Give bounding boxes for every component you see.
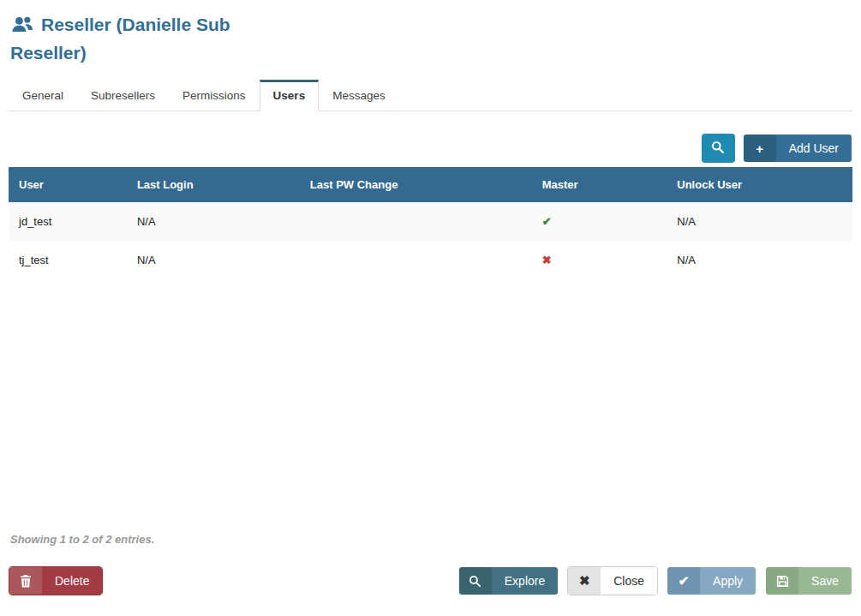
search-button[interactable] (702, 134, 735, 163)
cross-icon: ✖ (542, 254, 552, 266)
cell-last-login: N/A (127, 241, 300, 279)
cell-last-pw-change (300, 241, 532, 279)
table-row[interactable]: tj_test N/A ✖ N/A (9, 241, 852, 279)
magnifier-icon (459, 567, 492, 595)
users-icon (10, 15, 33, 40)
delete-label: Delete (42, 567, 102, 595)
page-title-text: Reseller (Danielle Sub Reseller) (10, 15, 230, 63)
cell-unlock-user: N/A (667, 202, 852, 241)
explore-label: Explore (492, 567, 558, 595)
close-icon: ✖ (568, 567, 601, 595)
cell-user: tj_test (9, 241, 127, 279)
column-header-user[interactable]: User (9, 167, 127, 202)
tab-general[interactable]: General (9, 80, 77, 111)
tab-users[interactable]: Users (260, 80, 320, 111)
check-icon: ✔ (542, 215, 552, 228)
column-header-unlock-user[interactable]: Unlock User (667, 167, 852, 202)
save-label: Save (798, 567, 852, 595)
table-toolbar: + Add User (9, 134, 852, 163)
cell-master: ✔ (532, 202, 667, 241)
reseller-page: Reseller (Danielle Sub Reseller) General… (0, 0, 861, 595)
floppy-icon (766, 567, 798, 595)
tab-subresellers[interactable]: Subresellers (77, 80, 169, 111)
table-header-row: User Last Login Last PW Change Master Un… (9, 167, 852, 202)
close-label: Close (601, 567, 657, 595)
cell-master: ✖ (532, 241, 667, 279)
column-header-master[interactable]: Master (532, 167, 667, 202)
footer-right-group: Explore ✖ Close ✔ Apply Save (458, 566, 852, 595)
cell-unlock-user: N/A (667, 241, 852, 279)
add-user-label: Add User (776, 135, 852, 162)
column-header-last-pw-change[interactable]: Last PW Change (300, 167, 532, 202)
plus-icon: + (744, 135, 776, 162)
search-icon (711, 141, 725, 157)
add-user-button[interactable]: + Add User (743, 134, 852, 163)
apply-label: Apply (700, 567, 756, 595)
footer-actions: Delete Explore ✖ Close ✔ Apply Save (9, 566, 852, 595)
users-table: User Last Login Last PW Change Master Un… (9, 167, 852, 279)
trash-icon (9, 567, 42, 595)
cell-last-login: N/A (127, 202, 300, 241)
delete-button[interactable]: Delete (9, 566, 103, 595)
save-button[interactable]: Save (765, 566, 852, 595)
check-icon: ✔ (667, 567, 700, 595)
cell-last-pw-change (300, 202, 532, 241)
explore-button[interactable]: Explore (458, 566, 559, 595)
column-header-last-login[interactable]: Last Login (127, 167, 300, 202)
tab-messages[interactable]: Messages (319, 80, 399, 111)
table-row[interactable]: jd_test N/A ✔ N/A (9, 202, 852, 241)
cell-user: jd_test (9, 202, 127, 241)
entries-summary: Showing 1 to 2 of 2 entries. (10, 533, 852, 546)
apply-button[interactable]: ✔ Apply (667, 566, 756, 595)
tab-permissions[interactable]: Permissions (169, 80, 260, 111)
close-button[interactable]: ✖ Close (567, 566, 658, 595)
tab-bar: General Subresellers Permissions Users M… (9, 80, 852, 111)
page-title: Reseller (Danielle Sub Reseller) (10, 12, 293, 66)
